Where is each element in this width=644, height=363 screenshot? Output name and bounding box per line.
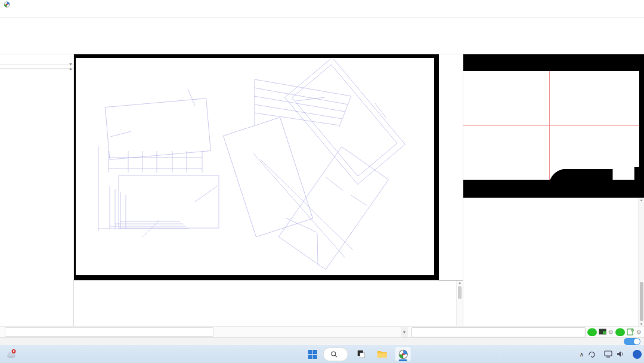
weather-cloud-icon: [6, 349, 18, 359]
table-scrollbar-stub[interactable]: ▼: [401, 327, 408, 337]
start-button[interactable]: [308, 349, 318, 359]
dimension-tools-panel: [439, 54, 463, 280]
task-view-button[interactable]: [354, 347, 369, 361]
network-display-icon[interactable]: [604, 350, 612, 358]
tray-expand-chevron-icon[interactable]: ∧: [580, 351, 584, 358]
table-scroll-up-icon[interactable]: ▲: [458, 281, 462, 285]
dimension-lines: [98, 58, 405, 270]
notification-badge[interactable]: [633, 350, 642, 359]
camera-part-edge: [550, 169, 612, 180]
message-box: [5, 327, 213, 337]
output-scroll-up-icon[interactable]: ▲: [640, 198, 643, 202]
capture-settings-gear-icon[interactable]: ⚙: [608, 329, 614, 336]
taskbar-weather-widget[interactable]: [6, 349, 20, 359]
screen-capture-icon[interactable]: [599, 328, 606, 336]
current-program-field[interactable]: [411, 327, 586, 337]
left-panel: ▲ ▼: [0, 54, 74, 326]
status-bar: [0, 337, 644, 345]
measurement-canvas[interactable]: [74, 54, 439, 280]
smartghost-app-button[interactable]: [395, 347, 411, 361]
camera-view[interactable]: [463, 54, 644, 198]
center-column: ▲: [74, 54, 463, 326]
menu-bar: [0, 8, 644, 17]
output-on-badge[interactable]: [615, 328, 625, 336]
current-program-bar: ⚙ ⚙: [408, 327, 644, 337]
search-icon: [331, 351, 338, 358]
results-table-area: ▲: [74, 280, 463, 326]
panel-divider: [0, 68, 73, 69]
program-strip: ▼ ⚙ ⚙: [0, 326, 644, 337]
onedrive-sync-icon[interactable]: [588, 350, 596, 358]
right-column: ▲▼: [463, 54, 644, 326]
dimension-output-list: ▲▼: [463, 198, 644, 326]
export-settings-gear-icon[interactable]: ⚙: [636, 329, 642, 336]
titlebar: [0, 0, 644, 8]
unit-toggle[interactable]: [624, 338, 640, 345]
output-scroll-thumb[interactable]: [640, 282, 643, 321]
app-logo-icon: [4, 1, 10, 8]
current-program-input[interactable]: [414, 328, 583, 336]
results-table[interactable]: [74, 281, 456, 326]
file-explorer-button[interactable]: [374, 347, 390, 361]
app-window: ▲ ▼: [0, 0, 644, 363]
taskbar: ∧: [0, 345, 644, 363]
main-area: ▲ ▼: [0, 54, 644, 326]
left-panel-tabs: [0, 54, 73, 65]
output-scroll-down-icon[interactable]: ▼: [640, 322, 643, 326]
coordinate-tree: ▲ ▼: [0, 65, 73, 66]
unit-readout: [615, 339, 617, 345]
export-report-icon[interactable]: [627, 328, 634, 336]
taskbar-search[interactable]: [323, 347, 348, 361]
table-scrollbar[interactable]: ▲: [456, 281, 463, 326]
speaker-icon[interactable]: [617, 350, 624, 358]
camera-on-badge[interactable]: [587, 328, 597, 336]
tree-scroll-up-icon[interactable]: ▲: [69, 66, 73, 70]
toolbar: [0, 17, 644, 54]
tree-scroll-down-icon[interactable]: ▼: [69, 62, 73, 66]
table-scroll-thumb[interactable]: [458, 286, 462, 299]
